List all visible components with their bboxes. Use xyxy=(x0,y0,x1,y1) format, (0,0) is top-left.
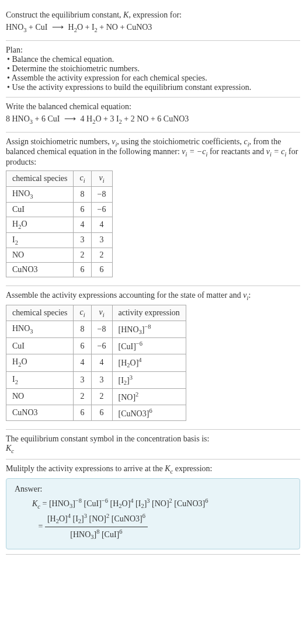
answer-label: Answer: xyxy=(15,485,291,494)
nu-cell: −8 xyxy=(91,321,112,337)
stoich-table: chemical species ci νi HNO3 8 −8 CuI 6 −… xyxy=(6,170,113,277)
title-prefix: Construct the equilibrium constant, xyxy=(6,11,123,19)
species-cell: CuI xyxy=(6,202,74,217)
table-header-row: chemical species ci νi activity expressi… xyxy=(6,305,186,321)
col-nu: νi xyxy=(91,305,112,321)
denominator: [HNO3]8 [CuI]6 xyxy=(45,527,148,542)
col-species: chemical species xyxy=(6,171,74,187)
fraction: [H2O]4 [I2]3 [NO]2 [CuNO3]6 [HNO3]8 [CuI… xyxy=(45,511,148,543)
c-cell: 8 xyxy=(74,321,91,337)
expr-cell: [NO]2 xyxy=(112,388,186,405)
expr-cell: [H2O]4 xyxy=(112,354,186,371)
c-cell: 6 xyxy=(74,338,91,354)
kc-expression-line2: = [H2O]4 [I2]3 [NO]2 [CuNO3]6 [HNO3]8 [C… xyxy=(15,511,291,543)
plan-item: • Assemble the activity expression for e… xyxy=(6,74,300,83)
symbol-section: The equilibrium constant symbol in the c… xyxy=(6,430,300,459)
nu-cell: 2 xyxy=(91,248,112,263)
table-row: NO 2 2 [NO]2 xyxy=(6,388,186,405)
c-i: ci xyxy=(244,137,249,146)
c-cell: 4 xyxy=(74,354,91,371)
unbalanced-equation: HNO3 + CuI ⟶ H2O + I2 + NO + CuNO3 xyxy=(6,22,300,33)
c-cell: 6 xyxy=(74,405,91,421)
title: Construct the equilibrium constant, K, e… xyxy=(6,11,300,20)
stoich-text: , using the stoichiometric coefficients, xyxy=(117,137,244,146)
c-cell: 6 xyxy=(74,202,91,217)
title-suffix: , expression for: xyxy=(128,11,182,19)
stoich-text: for reactants and xyxy=(207,147,266,156)
table-row: HNO3 8 −8 [HNO3]−8 xyxy=(6,321,186,337)
plan-item: • Determine the stoichiometric numbers. xyxy=(6,64,300,74)
nu-cell: 6 xyxy=(91,405,112,421)
table-row: I2 3 3 [I2]3 xyxy=(6,371,186,388)
rel-2: νi = ci xyxy=(266,147,287,156)
table-row: CuNO3 6 6 [CuNO3]6 xyxy=(6,405,186,421)
species-cell: I2 xyxy=(6,371,74,388)
col-species: chemical species xyxy=(6,305,74,321)
c-cell: 2 xyxy=(74,388,91,405)
title-k: K xyxy=(123,11,128,19)
plan-item: • Balance the chemical equation. xyxy=(6,55,300,64)
multiply-suffix: expression: xyxy=(173,464,212,473)
stoich-text: Assign stoichiometric numbers, xyxy=(6,137,112,146)
nu-cell: 3 xyxy=(91,371,112,388)
c-cell: 4 xyxy=(74,217,91,232)
nu-cell: −6 xyxy=(91,338,112,354)
balanced-intro: Write the balanced chemical equation: xyxy=(6,102,300,112)
table-row: NO 2 2 xyxy=(6,248,113,263)
activity-table: chemical species ci νi activity expressi… xyxy=(6,305,186,421)
table-row: HNO3 8 −8 xyxy=(6,186,113,202)
c-cell: 8 xyxy=(74,186,91,202)
c-cell: 3 xyxy=(74,232,91,248)
kc: Kc xyxy=(165,464,173,473)
nu-cell: 2 xyxy=(91,388,112,405)
plan-item: • Use the activity expressions to build … xyxy=(6,83,300,92)
expr-cell: [I2]3 xyxy=(112,371,186,388)
table-row: H2O 4 4 [H2O]4 xyxy=(6,354,186,371)
table-header-row: chemical species ci νi xyxy=(6,171,113,187)
table-row: CuI 6 −6 [CuI]−6 xyxy=(6,338,186,354)
species-cell: I2 xyxy=(6,232,74,248)
activity-section: Assemble the activity expressions accoun… xyxy=(6,286,300,430)
col-c: ci xyxy=(74,171,91,187)
species-cell: NO xyxy=(6,248,74,263)
c-cell: 3 xyxy=(74,371,91,388)
nu-cell: 4 xyxy=(91,217,112,232)
kc-expression-line1: Kc = [HNO3]−8 [CuI]−6 [H2O]4 [I2]3 [NO]2… xyxy=(15,496,291,511)
rel-1: νi = −ci xyxy=(182,147,207,156)
balanced-equation: 8 HNO3 + 6 CuI ⟶ 4 H2O + 3 I2 + 2 NO + 6… xyxy=(6,114,300,125)
kc-symbol: Kc xyxy=(6,444,300,454)
multiply-section: Mulitply the activity expressions to arr… xyxy=(6,459,300,555)
col-nu: νi xyxy=(91,171,112,187)
species-cell: NO xyxy=(6,388,74,405)
nu-i: νi xyxy=(112,137,117,146)
c-cell: 2 xyxy=(74,248,91,263)
species-cell: HNO3 xyxy=(6,321,74,337)
numerator: [H2O]4 [I2]3 [NO]2 [CuNO3]6 xyxy=(45,511,148,527)
c-cell: 6 xyxy=(74,263,91,277)
balanced-section: Write the balanced chemical equation: 8 … xyxy=(6,98,300,133)
nu-cell: 6 xyxy=(91,263,112,277)
table-row: CuNO3 6 6 xyxy=(6,263,113,277)
header-section: Construct the equilibrium constant, K, e… xyxy=(6,6,300,41)
col-expr: activity expression xyxy=(112,305,186,321)
species-cell: H2O xyxy=(6,217,74,232)
nu-cell: 4 xyxy=(91,354,112,371)
expr-cell: [HNO3]−8 xyxy=(112,321,186,337)
multiply-prefix: Mulitply the activity expressions to arr… xyxy=(6,464,165,473)
answer-box: Answer: Kc = [HNO3]−8 [CuI]−6 [H2O]4 [I2… xyxy=(6,478,300,549)
species-cell: CuI xyxy=(6,338,74,354)
plan-section: Plan: • Balance the chemical equation. •… xyxy=(6,41,300,98)
species-cell: CuNO3 xyxy=(6,405,74,421)
plan-title: Plan: xyxy=(6,46,300,55)
nu-cell: 3 xyxy=(91,232,112,248)
activity-text: Assemble the activity expressions accoun… xyxy=(6,291,243,300)
table-row: H2O 4 4 xyxy=(6,217,113,232)
species-cell: CuNO3 xyxy=(6,263,74,277)
table-row: CuI 6 −6 xyxy=(6,202,113,217)
symbol-text: The equilibrium constant symbol in the c… xyxy=(6,434,300,444)
species-cell: H2O xyxy=(6,354,74,371)
col-c: ci xyxy=(74,305,91,321)
activity-text: : xyxy=(248,291,251,300)
activity-intro: Assemble the activity expressions accoun… xyxy=(6,291,300,301)
nu-cell: −6 xyxy=(91,202,112,217)
